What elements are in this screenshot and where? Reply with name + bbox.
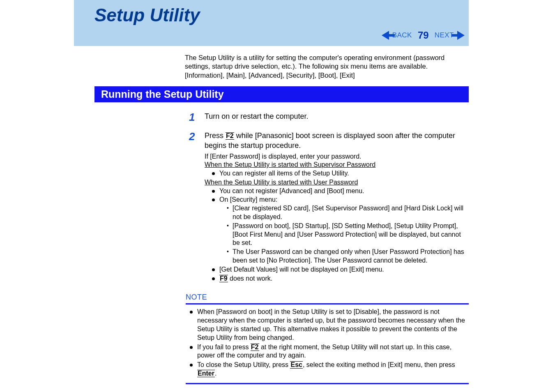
note-section: NOTE When [Password on boot] in the Setu…	[186, 293, 469, 384]
page-number: 79	[418, 30, 429, 41]
step2-sub: If [Enter Password] is displayed, enter …	[205, 152, 469, 283]
note3-a: To close the Setup Utility, press	[197, 361, 290, 368]
step-2: 2 Press F2 while [Panasonic] boot screen…	[189, 131, 469, 284]
list-item: [Password on boot], [SD Startup], [SD Se…	[227, 222, 469, 247]
step2-sub1: If [Enter Password] is displayed, enter …	[205, 153, 362, 160]
list-item: F9 does not work.	[212, 274, 469, 283]
intro-line1: The Setup Utility is a utility for setti…	[185, 54, 444, 70]
step-number: 2	[189, 131, 205, 284]
user-list: You can not register [Advanced] and [Boo…	[212, 187, 469, 283]
note3-c: .	[215, 370, 216, 377]
list-item: [Clear registered SD card], [Set Supervi…	[227, 204, 469, 221]
nav-controls: BACK 79 NEXT	[382, 30, 465, 41]
list-item: To close the Setup Utility, press Esc, s…	[186, 361, 469, 378]
step2-prefix: Press	[205, 131, 226, 140]
f9-text: does not work.	[228, 275, 273, 282]
page-title: Setup Utility	[94, 5, 469, 25]
security-sublist: [Clear registered SD card], [Set Supervi…	[227, 204, 469, 265]
header-bar: Setup Utility BACK 79 NEXT	[74, 0, 469, 46]
step-1: 1 Turn on or restart the computer.	[189, 111, 469, 123]
step-body: Press F2 while [Panasonic] boot screen i…	[205, 131, 469, 284]
list-item: The User Password can be changed only wh…	[227, 248, 469, 265]
back-link[interactable]: BACK	[392, 31, 412, 39]
step-number: 1	[189, 111, 205, 123]
note3-b: , select the exiting method in [Exit] me…	[303, 361, 455, 368]
esc-key-icon: Esc	[290, 361, 302, 369]
list-item: You can not register [Advanced] and [Boo…	[212, 187, 469, 196]
f9-key-icon: F9	[219, 275, 228, 282]
list-item: [Get Default Values] will not be display…	[212, 265, 469, 274]
list-item: You can register all items of the Setup …	[212, 169, 469, 178]
f2-key-icon: F2	[251, 344, 259, 351]
f2-key-icon: F2	[226, 132, 234, 140]
note-label: NOTE	[186, 293, 469, 302]
section-heading: Running the Setup Utility	[94, 86, 469, 102]
content: The Setup Utility is a utility for setti…	[74, 46, 469, 384]
list-item: If you fail to press F2 at the right mom…	[186, 343, 469, 360]
security-menu-label: On [Security] menu:	[219, 196, 277, 203]
note-body: When [Password on boot] in the Setup Uti…	[186, 303, 469, 384]
user-heading: When the Setup Utility is started with U…	[205, 179, 358, 186]
page-container: Setup Utility BACK 79 NEXT The Setup Uti…	[74, 0, 469, 384]
back-arrow-icon[interactable]	[382, 31, 389, 40]
next-link[interactable]: NEXT	[435, 31, 454, 39]
note2-a: If you fail to press	[197, 344, 251, 350]
supervisor-list: You can register all items of the Setup …	[212, 169, 469, 178]
step-body: Turn on or restart the computer.	[205, 111, 469, 123]
supervisor-heading: When the Setup Utility is started with S…	[205, 161, 375, 168]
list-item: When [Password on boot] in the Setup Uti…	[186, 308, 469, 342]
next-arrow-icon[interactable]	[457, 31, 465, 40]
intro-line2: [Information], [Main], [Advanced], [Secu…	[185, 71, 355, 79]
note-list: When [Password on boot] in the Setup Uti…	[186, 308, 469, 378]
steps: 1 Turn on or restart the computer. 2 Pre…	[189, 111, 469, 283]
intro-text: The Setup Utility is a utility for setti…	[185, 53, 469, 80]
step2-mid: while [Panasonic] boot screen is display…	[205, 131, 455, 150]
list-item: On [Security] menu: [Clear registered SD…	[212, 196, 469, 265]
enter-key-icon: Enter	[197, 370, 215, 377]
